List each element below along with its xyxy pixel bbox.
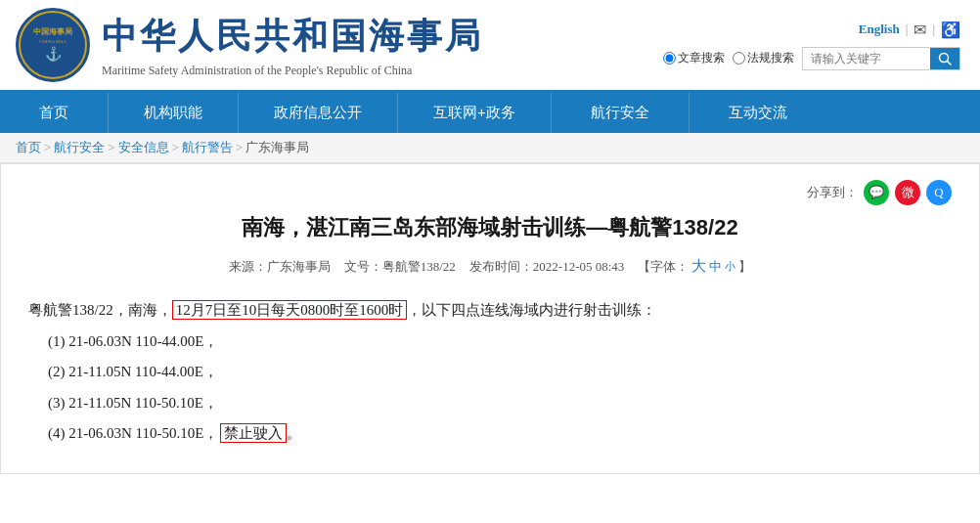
source-label: 来源： (229, 259, 267, 274)
search-input-wrapper (802, 47, 960, 70)
radio-law[interactable]: 法规搜索 (733, 50, 794, 66)
breadcrumb-sep4: > (236, 140, 243, 155)
logo: 中国海事局 CHINA MSA ⚓ (16, 8, 90, 82)
intro-text: 粤航警138/22，南海， (28, 302, 172, 318)
radio-law-input[interactable] (733, 52, 745, 65)
list-item-3: (3) 21-11.05N 110-50.10E， (48, 388, 952, 419)
svg-line-1 (948, 61, 952, 65)
site-title-en: Maritime Safety Administration of the Pe… (102, 64, 483, 78)
meta-doc: 文号：粤航警138/22 (344, 258, 456, 276)
article-intro-para: 粤航警138/22，南海，12月7日至10日每天0800时至1600时，以下四点… (28, 295, 952, 327)
nav-item-internet[interactable]: 互联网+政务 (398, 93, 552, 133)
nav-item-org[interactable]: 机构职能 (109, 93, 239, 133)
search-button[interactable] (930, 48, 959, 69)
source-value: 广东海事局 (267, 259, 331, 274)
doc-value: 粤航警138/22 (382, 259, 456, 274)
font-large[interactable]: 大 (691, 257, 706, 276)
breadcrumb-safety[interactable]: 航行安全 (54, 139, 105, 156)
header-right: English | ✉ | ♿ 文章搜索 法规搜索 (663, 21, 960, 70)
article-title: 南海，湛江南三岛东部海域射击训练—粤航警138/22 (28, 211, 952, 243)
main-nav: 首页 机构职能 政府信息公开 互联网+政务 航行安全 互动交流 (0, 93, 980, 133)
date-value: 2022-12-05 08:43 (533, 259, 625, 274)
breadcrumb-warning[interactable]: 航行警告 (182, 139, 233, 156)
highlight-date: 12月7日至10日每天0800时至1600时 (172, 300, 408, 320)
font-bracket-close: 】 (738, 258, 751, 276)
article-container: 分享到： 💬 微 Q 南海，湛江南三岛东部海域射击训练—粤航警138/22 来源… (0, 163, 980, 474)
breadcrumb-sep1: > (44, 140, 51, 155)
forbidden-box: 禁止驶入 (220, 423, 287, 443)
separator1: | (906, 22, 909, 37)
breadcrumb-sep2: > (108, 140, 114, 155)
list-item-1: (1) 21-06.03N 110-44.00E， (48, 327, 952, 358)
header-title-block: 中华人民共和国海事局 Maritime Safety Administratio… (102, 13, 483, 78)
list-item-2: (2) 21-11.05N 110-44.00E， (48, 357, 952, 388)
list-item-4: (4) 21-06.03N 110-50.10E，禁止驶入。 (48, 418, 952, 450)
font-small[interactable]: 小 (725, 259, 735, 274)
nav-item-gov[interactable]: 政府信息公开 (239, 93, 398, 133)
breadcrumb-current: 广东海事局 (245, 139, 309, 156)
radio-article-input[interactable] (663, 52, 676, 65)
share-weibo-icon[interactable]: 微 (895, 180, 920, 205)
font-medium[interactable]: 中 (709, 258, 722, 276)
meta-date: 发布时间：2022-12-05 08:43 (469, 258, 625, 276)
header: 中国海事局 CHINA MSA ⚓ 中华人民共和国海事局 Maritime Sa… (0, 0, 980, 90)
share-qq-icon[interactable]: Q (926, 180, 952, 205)
meta-source: 来源：广东海事局 (229, 258, 331, 276)
breadcrumb-home[interactable]: 首页 (16, 139, 41, 156)
nav-item-interact[interactable]: 互动交流 (690, 93, 826, 133)
separator2: | (932, 22, 935, 37)
intro-cont: ，以下四点连线海域内进行射击训练： (407, 302, 656, 318)
search-input[interactable] (803, 49, 930, 68)
accessibility-icon[interactable]: ♿ (941, 21, 960, 39)
nav-item-home[interactable]: 首页 (0, 93, 109, 133)
header-left: 中国海事局 CHINA MSA ⚓ 中华人民共和国海事局 Maritime Sa… (16, 8, 483, 82)
radio-article[interactable]: 文章搜索 (663, 50, 725, 66)
site-title-cn: 中华人民共和国海事局 (102, 13, 483, 61)
meta-font: 【字体： 大 中 小 】 (638, 257, 751, 276)
share-wechat-icon[interactable]: 💬 (864, 180, 889, 205)
share-row: 分享到： 💬 微 Q (28, 180, 952, 205)
share-label: 分享到： (807, 184, 858, 201)
search-area: 文章搜索 法规搜索 (663, 47, 960, 70)
point4-text: (4) 21-06.03N 110-50.10E， (48, 425, 218, 441)
english-link[interactable]: English (859, 22, 900, 37)
nav-item-safety[interactable]: 航行安全 (552, 93, 690, 133)
font-bracket-open: 【字体： (638, 258, 689, 276)
header-links: English | ✉ | ♿ (859, 21, 960, 39)
article-body: 粤航警138/22，南海，12月7日至10日每天0800时至1600时，以下四点… (28, 295, 952, 450)
breadcrumb-info[interactable]: 安全信息 (118, 139, 169, 156)
email-icon[interactable]: ✉ (913, 21, 926, 39)
article-meta: 来源：广东海事局 文号：粤航警138/22 发布时间：2022-12-05 08… (28, 257, 952, 276)
date-label: 发布时间： (469, 259, 533, 274)
breadcrumb-sep3: > (172, 140, 179, 155)
breadcrumb: 首页 > 航行安全 > 安全信息 > 航行警告 > 广东海事局 (0, 133, 980, 163)
forbidden-suffix: 。 (287, 425, 301, 441)
doc-label: 文号： (344, 259, 382, 274)
